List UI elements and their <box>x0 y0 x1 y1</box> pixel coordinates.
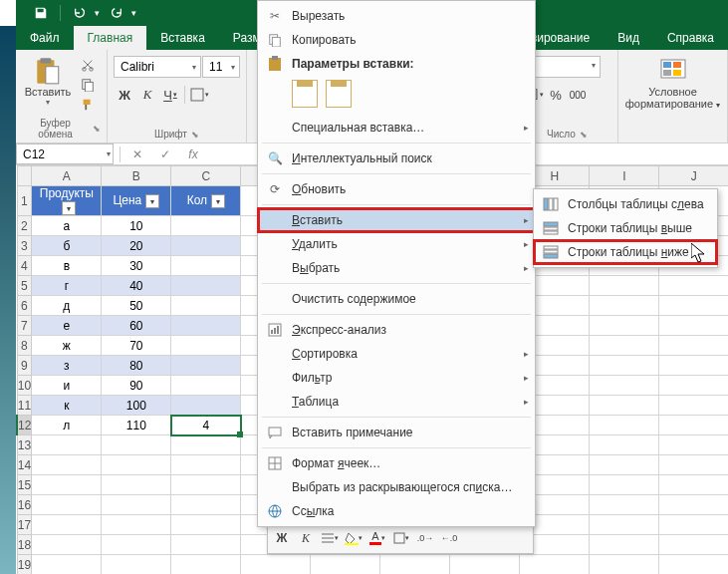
row-header[interactable]: 11 <box>17 396 32 416</box>
ctx-cut[interactable]: ✂Вырезать <box>258 4 535 28</box>
cell[interactable] <box>590 455 659 475</box>
cell[interactable] <box>171 535 241 555</box>
cell[interactable] <box>32 515 102 535</box>
cell[interactable]: 50 <box>102 296 171 316</box>
paste-option-default[interactable] <box>292 80 318 108</box>
table-header-cell[interactable]: Цена▾ <box>102 186 171 216</box>
cell[interactable] <box>659 336 728 356</box>
row-header[interactable]: 1 <box>17 186 32 216</box>
cell[interactable] <box>102 515 171 535</box>
paste-button[interactable]: Вставить ▾ <box>22 52 74 114</box>
cell[interactable] <box>659 356 728 376</box>
cell[interactable] <box>32 455 102 475</box>
cell[interactable]: 90 <box>102 376 171 396</box>
fx-icon[interactable]: fx <box>182 147 204 161</box>
row-header[interactable]: 19 <box>17 555 32 575</box>
cell[interactable] <box>659 396 728 416</box>
row-header[interactable]: 14 <box>17 455 32 475</box>
fill-handle[interactable] <box>237 431 243 437</box>
name-box[interactable]: C12▾ <box>16 144 114 164</box>
cell[interactable] <box>171 356 241 376</box>
mini-decrease-decimal-button[interactable]: ←.0 <box>438 528 460 548</box>
mini-font-color-button[interactable]: A▾ <box>366 528 388 548</box>
cell[interactable] <box>311 555 380 575</box>
ctx-clear[interactable]: Очистить содержимое <box>258 287 535 311</box>
cell[interactable] <box>380 555 450 575</box>
ctx-copy[interactable]: Копировать <box>258 28 535 52</box>
cell[interactable] <box>171 455 241 475</box>
cell[interactable] <box>659 515 728 535</box>
save-button[interactable] <box>28 2 54 24</box>
cell[interactable]: 60 <box>102 316 171 336</box>
border-button[interactable]: ▾ <box>188 84 210 106</box>
ctx-link[interactable]: Ссылка <box>258 499 535 523</box>
col-header[interactable]: A <box>32 166 102 186</box>
cell[interactable]: г <box>32 276 102 296</box>
cell[interactable] <box>171 236 241 256</box>
cell[interactable]: в <box>32 256 102 276</box>
mini-border-button[interactable]: ▾ <box>390 528 412 548</box>
cell[interactable] <box>659 316 728 336</box>
cell[interactable]: ж <box>32 336 102 356</box>
cell[interactable]: 100 <box>102 396 171 416</box>
cell[interactable] <box>171 256 241 276</box>
mini-align-button[interactable]: ▾ <box>319 528 341 548</box>
cell[interactable]: и <box>32 376 102 396</box>
cell[interactable] <box>590 316 659 336</box>
cell[interactable] <box>450 555 520 575</box>
row-header[interactable]: 10 <box>17 376 32 396</box>
bold-button[interactable]: Ж <box>114 84 135 106</box>
number-launcher-icon[interactable]: ⬊ <box>580 130 588 140</box>
ctx-insert[interactable]: Вставить▸ <box>258 208 535 232</box>
cell[interactable] <box>32 475 102 495</box>
tab-file[interactable]: Файл <box>16 26 74 50</box>
cancel-icon[interactable]: ✕ <box>126 147 148 161</box>
ctx-quick-analysis[interactable]: Экспресс-анализ <box>258 318 535 342</box>
cell[interactable] <box>590 356 659 376</box>
cell[interactable] <box>590 555 659 575</box>
redo-button[interactable] <box>104 2 129 24</box>
cell[interactable] <box>590 336 659 356</box>
ctx-sort[interactable]: Сортировка▸ <box>258 342 535 366</box>
clipboard-launcher-icon[interactable]: ⬊ <box>93 124 101 134</box>
cell[interactable]: 40 <box>102 276 171 296</box>
cell[interactable] <box>102 535 171 555</box>
cell[interactable]: д <box>32 296 102 316</box>
col-header[interactable]: C <box>171 166 241 186</box>
cell[interactable] <box>590 376 659 396</box>
cell[interactable] <box>171 396 241 416</box>
undo-button[interactable] <box>67 2 93 24</box>
ctx-insert-comment[interactable]: Вставить примечание <box>258 421 535 444</box>
cell[interactable] <box>659 435 728 455</box>
col-header[interactable]: B <box>102 166 171 186</box>
mini-fill-color-button[interactable]: ▾ <box>343 528 364 548</box>
cell[interactable] <box>590 296 659 316</box>
row-header[interactable]: 4 <box>17 256 32 276</box>
cell[interactable] <box>171 276 241 296</box>
cell[interactable] <box>32 555 102 575</box>
cell[interactable] <box>102 475 171 495</box>
col-header[interactable]: I <box>590 166 659 186</box>
mini-increase-decimal-button[interactable]: .0→ <box>414 528 436 548</box>
cell[interactable] <box>659 296 728 316</box>
cell[interactable] <box>102 495 171 515</box>
comma-button[interactable]: 000 <box>567 84 589 106</box>
cell[interactable] <box>171 296 241 316</box>
row-header[interactable]: 3 <box>17 236 32 256</box>
italic-button[interactable]: К <box>136 84 158 106</box>
tab-home[interactable]: Главная <box>74 26 147 50</box>
cell[interactable] <box>171 555 241 575</box>
copy-icon[interactable] <box>78 76 98 94</box>
cell[interactable] <box>171 435 241 455</box>
ctx-filter[interactable]: Фильтр▸ <box>258 366 535 390</box>
ctx-select[interactable]: Выбрать▸ <box>258 256 535 280</box>
format-painter-icon[interactable] <box>78 96 98 114</box>
cell[interactable] <box>171 336 241 356</box>
conditional-formatting-button[interactable]: Условноеформатирование ▾ <box>624 52 721 111</box>
cell[interactable]: 30 <box>102 256 171 276</box>
sub-rows-above[interactable]: Строки таблицы выше <box>534 216 717 240</box>
cell[interactable] <box>32 495 102 515</box>
row-header[interactable]: 2 <box>17 216 32 236</box>
font-size-select[interactable]: 11 <box>202 56 240 78</box>
ctx-table[interactable]: Таблица▸ <box>258 390 535 414</box>
